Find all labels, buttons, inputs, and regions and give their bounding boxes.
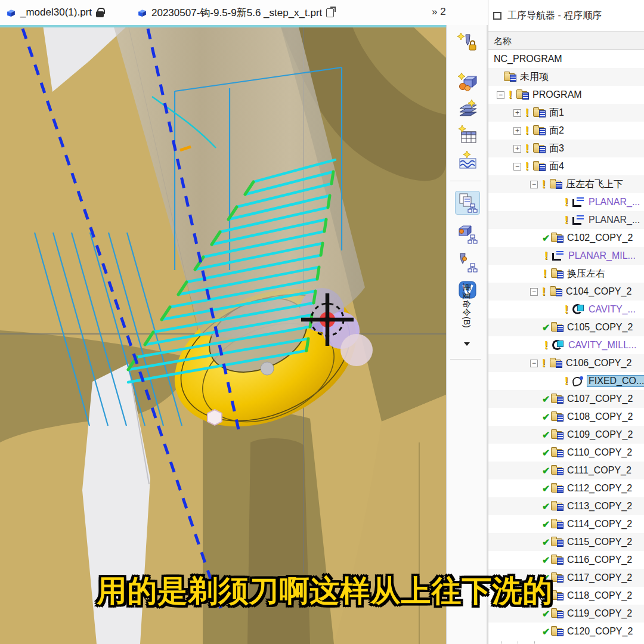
tree-row[interactable]: C102_COPY_2 bbox=[488, 229, 644, 247]
tree-row[interactable]: C105_COPY_2 bbox=[488, 318, 644, 336]
tree-row-label[interactable]: C115_COPY_2 bbox=[565, 536, 634, 548]
collapse-toggle-icon[interactable] bbox=[530, 288, 538, 296]
tree-row-label[interactable]: CAVITY_MILL... bbox=[566, 339, 638, 351]
tab-overflow-indicator[interactable]: » 2 bbox=[432, 6, 446, 18]
tree-row[interactable]: PLANAR_... bbox=[488, 211, 644, 229]
tree-row-label[interactable]: 未用项 bbox=[518, 70, 550, 84]
tree-row-label[interactable]: C102_COPY_2 bbox=[565, 232, 634, 244]
tab-label[interactable]: _model30(1).prt bbox=[20, 7, 92, 18]
tree-row-label[interactable]: C118_COPY_2 bbox=[565, 590, 634, 602]
tree-row-label[interactable]: 面3 bbox=[547, 142, 566, 156]
tree-row-label[interactable]: C105_COPY_2 bbox=[565, 321, 634, 333]
dropdown-arrow-icon[interactable] bbox=[464, 342, 470, 346]
tree-row-label[interactable]: PLANAR_... bbox=[587, 196, 642, 208]
tree-row[interactable]: 面4 bbox=[488, 157, 644, 175]
planar-icon bbox=[572, 215, 584, 225]
tree-row-label[interactable]: C120_COPY_2 bbox=[565, 626, 634, 637]
tree-row-label[interactable]: PLANAR_... bbox=[587, 214, 642, 226]
program-order-view-icon[interactable] bbox=[455, 191, 480, 215]
tree-row-label[interactable]: PROGRAM bbox=[531, 89, 584, 101]
create-tool-icon[interactable] bbox=[455, 30, 480, 54]
tree-row[interactable]: NC_PROGRAM bbox=[488, 50, 644, 68]
tree-row-label[interactable]: C112_COPY_2 bbox=[565, 482, 634, 494]
collapse-toggle-icon[interactable] bbox=[513, 163, 521, 171]
tree-row[interactable]: PLANAR_... bbox=[488, 193, 644, 211]
tree-row-label[interactable]: C117_COPY_2 bbox=[565, 572, 634, 584]
tree-row[interactable]: C110_COPY_2 bbox=[488, 444, 644, 462]
tree-row[interactable]: 面1 bbox=[488, 104, 644, 122]
create-geometry-icon[interactable] bbox=[455, 70, 480, 94]
expand-toggle-icon[interactable] bbox=[513, 127, 521, 135]
collapse-toggle-icon[interactable] bbox=[530, 360, 538, 367]
tree-row-label[interactable]: 面4 bbox=[547, 160, 566, 174]
tree-row[interactable]: PLANAR_MIL... bbox=[488, 247, 644, 265]
planar-icon bbox=[552, 251, 564, 261]
machining-data-icon[interactable] bbox=[455, 123, 480, 147]
expand-toggle-icon[interactable] bbox=[513, 145, 521, 153]
tree-row-label[interactable]: C108_COPY_2 bbox=[565, 411, 634, 423]
tab-label[interactable]: 20230507-钩-9.5-9新5.6 _step_x_t.prt bbox=[151, 6, 322, 20]
tree-row[interactable]: CAVITY_... bbox=[488, 301, 644, 318]
tree-row[interactable]: C108_COPY_2 bbox=[488, 408, 644, 426]
tree-row-label[interactable]: 面1 bbox=[547, 106, 566, 120]
tab-model30[interactable]: _model30(1).prt bbox=[6, 0, 104, 25]
folder-icon bbox=[550, 360, 561, 367]
tree-row-label[interactable]: CAVITY_... bbox=[587, 304, 637, 315]
regenerate-warning-icon bbox=[507, 88, 513, 101]
tree-row[interactable]: 面2 bbox=[488, 122, 644, 140]
tree-row-label[interactable]: C104_COPY_2 bbox=[564, 286, 633, 298]
tree-row-label[interactable]: PLANAR_MIL... bbox=[566, 250, 637, 262]
tree-row-label[interactable]: 压左右飞上下 bbox=[564, 178, 625, 191]
tree-row[interactable]: C111_COPY_2 bbox=[488, 462, 644, 479]
navigator-title-bar[interactable]: 工序导航器 - 程序顺序 bbox=[493, 10, 602, 22]
geometry-view-icon[interactable] bbox=[455, 222, 480, 246]
tree-row[interactable]: 压左右飞上下 bbox=[488, 175, 644, 193]
regenerate-warning-icon bbox=[524, 124, 530, 137]
folder-icon bbox=[533, 127, 544, 135]
external-window-icon[interactable] bbox=[326, 8, 334, 17]
tree-row-label[interactable]: C113_COPY_2 bbox=[565, 500, 634, 512]
tree-row[interactable]: C120_COPY_2 bbox=[488, 623, 644, 640]
tree-row-label[interactable]: C119_COPY_2 bbox=[565, 608, 634, 620]
tree-row[interactable]: 未用项 bbox=[488, 68, 644, 86]
tree-row[interactable]: C116_COPY_2 bbox=[488, 551, 644, 569]
tree-row-label[interactable]: C114_COPY_2 bbox=[565, 518, 634, 530]
tree-row[interactable]: C113_COPY_2 bbox=[488, 497, 644, 515]
tree-row-label[interactable]: C107_COPY_2 bbox=[565, 393, 634, 405]
tree-row-label[interactable]: C106_COPY_2 bbox=[564, 357, 633, 369]
create-operation-icon[interactable] bbox=[455, 148, 480, 172]
cavity-icon bbox=[552, 340, 564, 350]
tree-row[interactable]: 面3 bbox=[488, 140, 644, 157]
tree-row-label[interactable]: 面2 bbox=[547, 124, 566, 138]
tree-row[interactable]: C112_COPY_2 bbox=[488, 479, 644, 497]
machine-tool-view-icon[interactable] bbox=[455, 250, 480, 274]
tree-row[interactable]: FIXED_CO... bbox=[488, 372, 644, 390]
column-header-name[interactable]: 名称 bbox=[488, 31, 644, 50]
graphics-viewport[interactable] bbox=[0, 25, 446, 644]
collapse-toggle-icon[interactable] bbox=[530, 181, 538, 188]
tree-row[interactable]: C114_COPY_2 bbox=[488, 515, 644, 533]
subtitle: 用的是剃须刀啊这样从上往下洗的 bbox=[89, 571, 561, 611]
tree-row[interactable]: PROGRAM bbox=[488, 86, 644, 104]
tree-row-label[interactable]: C109_COPY_2 bbox=[565, 429, 634, 441]
complete-check-icon bbox=[542, 465, 548, 476]
collapse-toggle-icon[interactable] bbox=[497, 91, 504, 99]
tree-row[interactable]: C109_COPY_2 bbox=[488, 426, 644, 444]
tree-row[interactable]: C115_COPY_2 bbox=[488, 533, 644, 551]
tree-row[interactable]: C107_COPY_2 bbox=[488, 390, 644, 408]
tree-row-label[interactable]: C116_COPY_2 bbox=[565, 554, 634, 566]
expand-toggle-icon[interactable] bbox=[513, 109, 521, 117]
tree-row-label[interactable]: NC_PROGRAM bbox=[492, 53, 564, 65]
tool-strip: 重复命令(B) bbox=[446, 25, 488, 644]
tree-row-label[interactable]: FIXED_CO... bbox=[587, 375, 644, 387]
tree-row[interactable]: C106_COPY_2 bbox=[488, 354, 644, 372]
tab-step-file[interactable]: 20230507-钩-9.5-9新5.6 _step_x_t.prt bbox=[137, 0, 334, 25]
tree-row-label[interactable]: C110_COPY_2 bbox=[565, 447, 634, 459]
folder-icon bbox=[551, 449, 562, 457]
tree-row-label[interactable]: 换压左右 bbox=[565, 267, 607, 281]
create-method-icon[interactable] bbox=[455, 97, 480, 121]
tree-row[interactable]: 换压左右 bbox=[488, 265, 644, 283]
tree-row[interactable]: C104_COPY_2 bbox=[488, 283, 644, 301]
tree-row[interactable]: CAVITY_MILL... bbox=[488, 336, 644, 354]
tree-row-label[interactable]: C111_COPY_2 bbox=[565, 465, 633, 476]
